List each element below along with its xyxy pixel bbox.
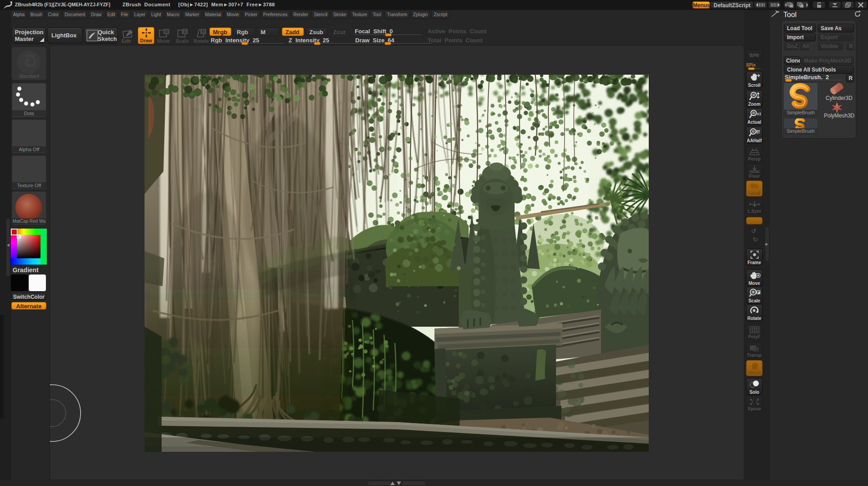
svg-text:S: S	[184, 29, 187, 34]
svg-text:R: R	[202, 29, 205, 34]
svg-text:M: M	[165, 29, 168, 34]
svg-text:x1: x1	[757, 112, 761, 116]
